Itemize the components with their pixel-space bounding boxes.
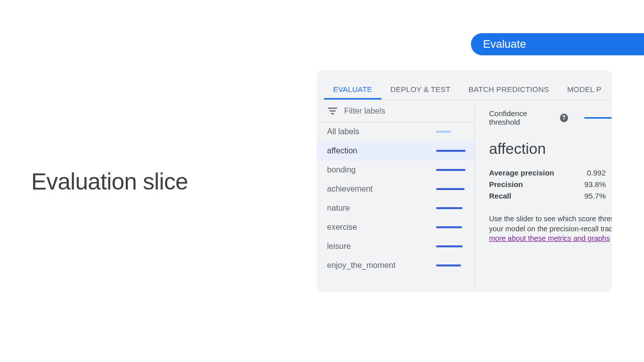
- help-icon[interactable]: ?: [560, 114, 568, 122]
- label-bar: [436, 226, 465, 228]
- metric-value: 93.8%: [584, 180, 606, 189]
- tab-deploy-test[interactable]: DEPLOY & TEST: [381, 85, 460, 100]
- filter-placeholder: Filter labels: [344, 107, 385, 116]
- label-row-all-labels[interactable]: All labels: [317, 122, 474, 141]
- label-name: All labels: [327, 127, 359, 136]
- metrics-list: Average precision0.992Precision93.8%Reca…: [489, 168, 612, 200]
- label-bar: [436, 150, 465, 152]
- metric-value: 95.7%: [584, 192, 606, 200]
- detail-column: Confidence threshold ? affection Average…: [475, 100, 612, 292]
- label-row-affection[interactable]: affection: [317, 141, 474, 160]
- detail-title: affection: [489, 140, 612, 157]
- label-row-leisure[interactable]: leisure: [317, 237, 474, 256]
- label-row-nature[interactable]: nature: [317, 199, 474, 218]
- evaluation-panel: EVALUATEDEPLOY & TESTBATCH PREDICTIONSMO…: [317, 70, 612, 292]
- label-name: achievement: [327, 185, 373, 194]
- desc-line2: your model on the precision-recall trade: [489, 225, 612, 233]
- tab-model-p[interactable]: MODEL P: [558, 85, 610, 100]
- label-list: All labelsaffectionbondingachievementnat…: [317, 122, 474, 292]
- metric-row: Average precision0.992: [489, 168, 612, 177]
- tab-evaluate[interactable]: EVALUATE: [324, 85, 381, 100]
- label-row-exercise[interactable]: exercise: [317, 218, 474, 237]
- svg-rect-1: [330, 110, 336, 111]
- label-name: exercise: [327, 223, 357, 232]
- svg-rect-0: [328, 108, 337, 109]
- label-row-bonding[interactable]: bonding: [317, 160, 474, 179]
- threshold-slider[interactable]: [584, 117, 612, 119]
- desc-line1: Use the slider to see which score thresh: [489, 215, 612, 223]
- panel-body: Filter labels All labelsaffectionbonding…: [317, 100, 612, 292]
- label-row-achievement[interactable]: achievement: [317, 179, 474, 199]
- label-row-enjoy-the-moment[interactable]: enjoy_the_moment: [317, 256, 474, 275]
- description-text: Use the slider to see which score thresh…: [489, 214, 612, 244]
- filter-row[interactable]: Filter labels: [317, 100, 474, 122]
- label-name: leisure: [327, 242, 351, 251]
- label-bar: [436, 207, 465, 209]
- metric-label: Average precision: [489, 168, 554, 177]
- filter-icon: [328, 108, 337, 115]
- metric-row: Precision93.8%: [489, 180, 612, 189]
- slide-title: Evaluation slice: [31, 168, 188, 195]
- metric-label: Precision: [489, 180, 523, 189]
- label-bar: [436, 131, 465, 133]
- label-bar: [436, 245, 465, 247]
- evaluate-badge-label: Evaluate: [483, 38, 526, 51]
- metric-label: Recall: [489, 192, 511, 200]
- svg-rect-2: [331, 113, 334, 114]
- confidence-threshold-label: Confidence threshold: [489, 109, 555, 126]
- evaluate-badge: Evaluate: [471, 33, 644, 55]
- metrics-learn-more-link[interactable]: more about these metrics and graphs: [489, 234, 610, 242]
- label-name: affection: [327, 146, 357, 155]
- confidence-threshold-row: Confidence threshold ?: [489, 109, 612, 126]
- labels-column: Filter labels All labelsaffectionbonding…: [317, 100, 475, 292]
- label-name: bonding: [327, 165, 356, 174]
- metric-row: Recall95.7%: [489, 192, 612, 200]
- label-name: nature: [327, 204, 350, 213]
- label-bar: [436, 188, 465, 190]
- tab-bar: EVALUATEDEPLOY & TESTBATCH PREDICTIONSMO…: [317, 70, 612, 100]
- label-name: enjoy_the_moment: [327, 261, 395, 270]
- label-bar: [436, 169, 465, 171]
- metric-value: 0.992: [587, 168, 606, 177]
- tab-batch-predictions[interactable]: BATCH PREDICTIONS: [459, 85, 558, 100]
- label-bar: [436, 264, 465, 266]
